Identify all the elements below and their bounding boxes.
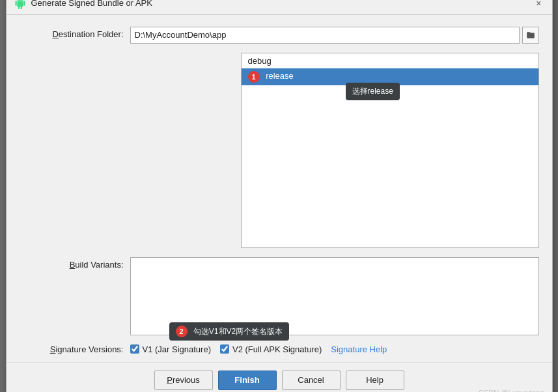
tooltip-1: 选择release <box>346 83 400 100</box>
dialog-footer: Previous Finish Cancel Help <box>7 362 552 393</box>
v1-checkbox[interactable] <box>130 344 139 354</box>
build-variant-dropdown[interactable]: debug 1 release 选择release <box>241 53 539 248</box>
title-bar-left: Generate Signed Bundle or APK <box>14 0 152 9</box>
build-variants-row: Build Variants: <box>20 257 539 335</box>
signature-help-link[interactable]: Signature Help <box>331 344 387 354</box>
folder-icon <box>526 31 535 40</box>
browse-folder-button[interactable] <box>522 27 539 44</box>
cancel-button[interactable]: Cancel <box>282 371 341 390</box>
v1-checkbox-label[interactable]: V1 (Jar Signature) <box>130 344 212 354</box>
signature-options: 2 勾选V1和V2两个签名版本 V1 (Jar Signature) V2 (F… <box>130 344 387 354</box>
dropdown-item-release[interactable]: 1 release 选择release <box>242 68 538 85</box>
generate-signed-dialog: Generate Signed Bundle or APK × Destinat… <box>6 0 553 392</box>
build-variants-label: Build Variants: <box>20 257 124 270</box>
dialog-title: Generate Signed Bundle or APK <box>31 0 152 8</box>
variant-section: debug 1 release 选择release <box>20 53 539 248</box>
v2-checkbox[interactable] <box>220 344 229 354</box>
finish-button[interactable]: Finish <box>218 371 277 390</box>
help-button[interactable]: Help <box>346 371 404 390</box>
destination-folder-input-wrap <box>130 27 539 44</box>
android-icon <box>14 0 26 9</box>
destination-folder-input[interactable] <box>130 27 520 44</box>
dropdown-item-debug[interactable]: debug <box>242 53 538 68</box>
v2-checkbox-label[interactable]: V2 (Full APK Signature) <box>220 344 322 354</box>
signature-versions-label: Signature Versions: <box>20 344 124 354</box>
title-bar: Generate Signed Bundle or APK × <box>7 0 552 15</box>
dialog-body: Destination Folder: debug 1 release <box>7 15 552 362</box>
destination-folder-label: Destination Folder: <box>20 27 124 39</box>
signature-versions-row: Signature Versions: 2 勾选V1和V2两个签名版本 V1 (… <box>20 344 539 354</box>
build-variants-list[interactable] <box>130 257 539 335</box>
previous-button[interactable]: Previous <box>154 371 213 390</box>
badge-1: 1 <box>248 71 260 83</box>
destination-folder-row: Destination Folder: <box>20 27 539 44</box>
close-button[interactable]: × <box>533 0 544 9</box>
